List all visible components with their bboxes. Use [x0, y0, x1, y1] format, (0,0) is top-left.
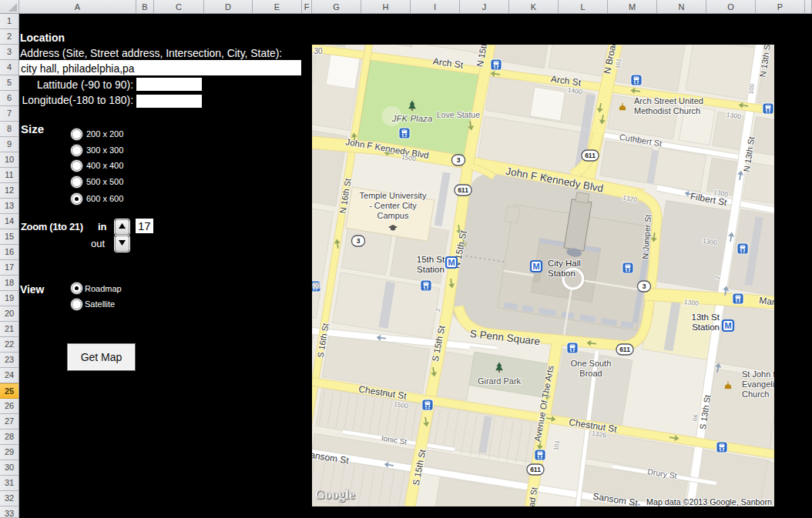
svg-text:15th St: 15th St [417, 255, 445, 264]
svg-text:City Hall: City Hall [548, 259, 581, 268]
svg-text:Map data ©2013 Google, Sanborn: Map data ©2013 Google, Sanborn [646, 497, 772, 506]
svg-text:Broad: Broad [579, 369, 602, 378]
svg-text:Church: Church [742, 389, 769, 399]
svg-text:Google: Google [314, 486, 355, 502]
svg-text:Station: Station [692, 322, 720, 332]
svg-text:30: 30 [314, 47, 323, 55]
svg-text:3: 3 [457, 156, 461, 164]
svg-text:One South: One South [571, 359, 612, 368]
svg-text:Station: Station [548, 269, 575, 278]
svg-text:611: 611 [458, 186, 468, 194]
svg-text:Station: Station [417, 265, 445, 274]
svg-text:611: 611 [619, 346, 630, 353]
svg-text:13th St: 13th St [692, 312, 720, 322]
svg-text:3: 3 [643, 282, 646, 290]
svg-text:St John the: St John the [742, 369, 774, 379]
svg-text:611: 611 [530, 466, 541, 473]
svg-text:Methodist Church: Methodist Church [634, 106, 700, 115]
svg-text:Arch Street United: Arch Street United [634, 96, 703, 105]
svg-text:Evangelist: Evangelist [742, 379, 774, 389]
svg-text:Love Statue: Love Statue [437, 110, 480, 119]
svg-text:JFK Plaza: JFK Plaza [391, 114, 432, 123]
svg-text:Girard Park: Girard Park [478, 376, 522, 386]
svg-text:Campus: Campus [377, 211, 409, 220]
svg-text:611: 611 [585, 152, 596, 159]
svg-text:- Center City: - Center City [369, 201, 417, 210]
svg-text:Temple University: Temple University [360, 191, 427, 200]
svg-text:00: 00 [313, 282, 320, 289]
svg-text:3: 3 [357, 237, 361, 245]
